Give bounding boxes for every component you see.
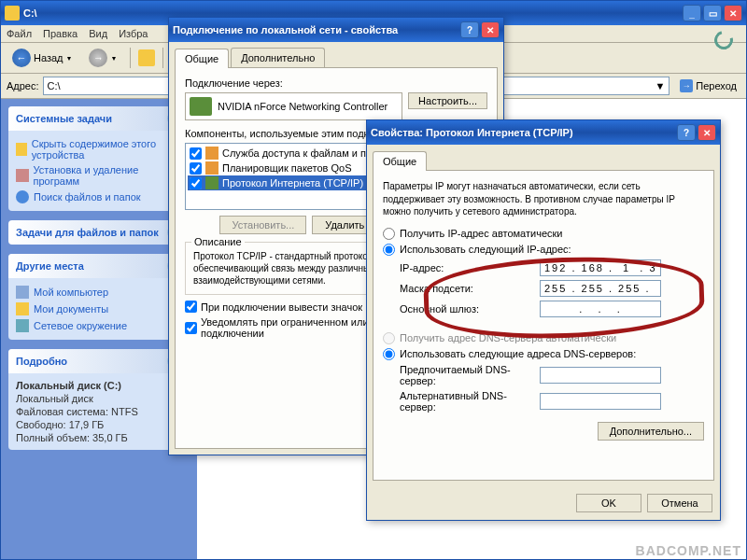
places-panel: Другие места ⌃ Мой компьютер Мои докумен… xyxy=(8,254,190,340)
ip-address-input[interactable] xyxy=(540,259,661,276)
file-tasks-panel: Задачи для файлов и папок ⌃ xyxy=(8,220,190,245)
place-label: Сетевое окружение xyxy=(34,320,127,331)
task-label: Скрыть содержимое этого устройства xyxy=(32,138,182,161)
advanced-button[interactable]: Дополнительно... xyxy=(598,422,704,441)
help-button[interactable]: ? xyxy=(677,124,696,141)
chevron-down-icon[interactable]: ▼ xyxy=(655,80,665,91)
tab-advanced[interactable]: Дополнительно xyxy=(231,48,325,67)
task-hide-contents[interactable]: Скрыть содержимое этого устройства xyxy=(16,136,182,162)
detail-free: Свободно: 17,9 ГБ xyxy=(16,418,182,431)
menu-edit[interactable]: Правка xyxy=(43,28,78,39)
gateway-row: Основной шлюз: xyxy=(400,301,704,317)
place-mycomputer[interactable]: Мой компьютер xyxy=(16,284,182,301)
menu-file[interactable]: Файл xyxy=(7,28,32,39)
task-label: Установка и удаление программ xyxy=(34,164,183,187)
cancel-button[interactable]: Отмена xyxy=(647,494,712,512)
search-icon xyxy=(16,190,29,203)
auto-ip-radio[interactable] xyxy=(383,228,395,240)
ok-button[interactable]: OK xyxy=(576,494,641,512)
use-ip-radio[interactable] xyxy=(383,244,395,256)
connect-via-label: Подключение через: xyxy=(185,77,487,89)
watermark: BADCOMP.NET xyxy=(636,543,741,558)
place-network[interactable]: Сетевое окружение xyxy=(16,317,182,334)
adapter-name: NVIDIA nForce Networking Controller xyxy=(218,101,398,112)
separator xyxy=(162,48,163,68)
task-add-remove[interactable]: Установка и удаление программ xyxy=(16,162,182,189)
go-button[interactable]: → Переход xyxy=(676,77,740,94)
dns2-label: Альтернативный DNS-сервер: xyxy=(400,390,540,413)
close-button[interactable]: ✕ xyxy=(481,21,500,38)
minimize-button[interactable]: _ xyxy=(683,5,701,21)
component-checkbox[interactable] xyxy=(190,177,202,189)
detail-total: Полный объем: 35,0 ГБ xyxy=(16,431,182,444)
subnet-mask-input[interactable] xyxy=(540,280,661,297)
help-button[interactable]: ? xyxy=(460,21,479,38)
auto-ip-radio-row[interactable]: Получить IP-адрес автоматически xyxy=(383,228,704,240)
go-arrow-icon: → xyxy=(680,79,693,92)
show-icon-checkbox[interactable] xyxy=(185,301,197,313)
use-ip-radio-row[interactable]: Использовать следующий IP-адрес: xyxy=(383,244,704,256)
chevron-down-icon: ▼ xyxy=(110,55,117,62)
gateway-label: Основной шлюз: xyxy=(400,303,540,315)
dialog-titlebar[interactable]: Подключение по локальной сети - свойства… xyxy=(169,18,503,42)
panel-header[interactable]: Задачи для файлов и папок ⌃ xyxy=(8,220,190,245)
component-checkbox[interactable] xyxy=(190,162,202,175)
folder-icon xyxy=(16,143,27,156)
use-dns-radio[interactable] xyxy=(383,348,395,360)
radio-label: Получить IP-адрес автоматически xyxy=(400,228,562,239)
tab-row: Общие xyxy=(373,150,714,171)
up-folder-icon[interactable] xyxy=(138,49,155,66)
dialog-titlebar[interactable]: Свойства: Протокол Интернета (TCP/IP) ? … xyxy=(367,120,720,145)
system-tasks-panel: Системные задачи ⌃ Скрыть содержимое это… xyxy=(8,106,190,211)
tab-row: Общие Дополнительно xyxy=(175,48,498,68)
close-button[interactable]: ✕ xyxy=(698,124,716,141)
forward-button[interactable]: → ▼ xyxy=(83,47,122,69)
arrow-forward-icon: → xyxy=(89,49,107,67)
adapter-box: NVIDIA nForce Networking Controller xyxy=(185,92,402,120)
group-title: Описание xyxy=(191,236,245,247)
auto-dns-radio xyxy=(383,332,395,344)
configure-button[interactable]: Настроить... xyxy=(408,92,487,109)
tab-general[interactable]: Общие xyxy=(373,151,427,171)
auto-dns-radio-row: Получить адрес DNS-сервера автоматически xyxy=(383,332,704,344)
radio-label: Использовать следующий IP-адрес: xyxy=(400,244,571,255)
arrow-back-icon: ← xyxy=(12,49,31,67)
ip-label: IP-адрес: xyxy=(400,262,540,273)
documents-icon xyxy=(16,302,29,315)
dns1-label: Предпочитаемый DNS-сервер: xyxy=(400,364,540,386)
maximize-button[interactable]: ▭ xyxy=(703,5,722,21)
detail-type: Локальный диск xyxy=(16,392,182,405)
install-button[interactable]: Установить... xyxy=(219,216,306,234)
panel-title: Другие места xyxy=(16,260,84,272)
network-adapter-icon xyxy=(190,97,212,116)
close-button[interactable]: ✕ xyxy=(724,5,742,21)
place-mydocs[interactable]: Мои документы xyxy=(16,301,182,317)
back-button[interactable]: ← Назад ▼ xyxy=(7,47,78,69)
panel-title: Системные задачи xyxy=(16,113,112,124)
place-label: Мой компьютер xyxy=(34,287,108,298)
panel-header[interactable]: Подробно ⌃ xyxy=(8,349,190,373)
service-icon xyxy=(205,161,218,175)
tab-general[interactable]: Общие xyxy=(175,49,229,68)
panel-header[interactable]: Системные задачи ⌃ xyxy=(8,106,190,131)
notify-limited-checkbox[interactable] xyxy=(185,322,197,334)
task-search[interactable]: Поиск файлов и папок xyxy=(16,189,182,205)
dns1-row: Предпочитаемый DNS-сервер: xyxy=(400,364,704,386)
component-checkbox[interactable] xyxy=(190,147,202,160)
use-dns-radio-row[interactable]: Использовать следующие адреса DNS-сервер… xyxy=(383,348,704,360)
dns2-input[interactable] xyxy=(540,393,661,410)
info-text: Параметры IP могут назначаться автоматич… xyxy=(383,180,704,218)
menu-favorites[interactable]: Избра xyxy=(119,28,148,39)
network-icon xyxy=(16,319,29,332)
panel-title: Задачи для файлов и папок xyxy=(16,227,159,238)
dialog-title: Подключение по локальной сети - свойства xyxy=(173,24,460,35)
package-icon xyxy=(16,169,29,182)
address-label: Адрес: xyxy=(7,80,39,91)
panel-header[interactable]: Другие места ⌃ xyxy=(8,254,190,278)
menu-view[interactable]: Вид xyxy=(89,28,107,39)
chevron-down-icon: ▼ xyxy=(66,55,73,62)
dns1-input[interactable] xyxy=(540,367,661,384)
detail-name: Локальный диск (C:) xyxy=(16,379,182,392)
gateway-input[interactable] xyxy=(540,301,661,317)
panel-title: Подробно xyxy=(16,356,67,367)
